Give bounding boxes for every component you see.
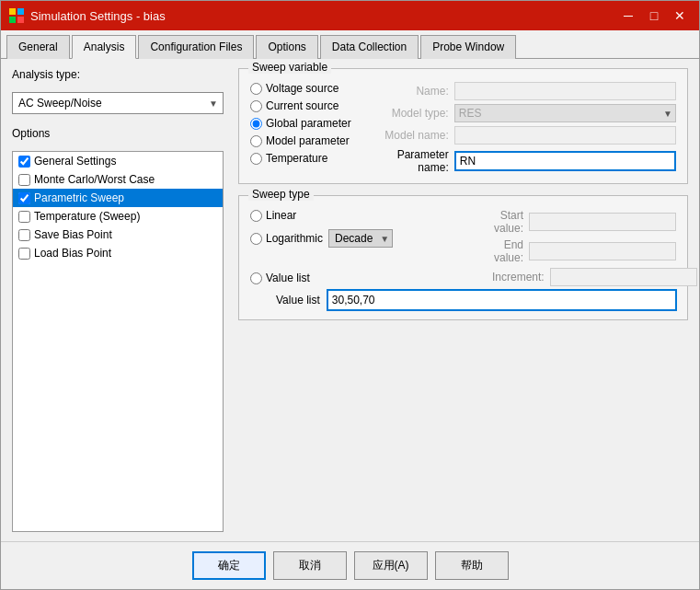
param-name-field-input[interactable]	[454, 151, 676, 171]
radio-temperature[interactable]: Temperature	[250, 152, 351, 165]
checkbox-temperature-sweep[interactable]	[18, 211, 30, 223]
radio-global-parameter-label: Global parameter	[266, 117, 351, 130]
sweep-variable-group: Sweep variable Voltage source Current so…	[238, 68, 688, 184]
svg-rect-3	[17, 17, 24, 23]
field-row-model-type: Model type: RES ▼	[366, 104, 676, 122]
help-button[interactable]: 帮助	[435, 551, 509, 580]
svg-rect-2	[9, 17, 16, 23]
model-type-select-wrap: RES ▼	[454, 104, 676, 122]
option-label-parametric-sweep: Parametric Sweep	[34, 191, 124, 204]
radio-voltage-source[interactable]: Voltage source	[250, 82, 351, 95]
main-content: Analysis type: AC Sweep/Noise DC Sweep N…	[1, 59, 699, 541]
radio-voltage-source-input[interactable]	[250, 83, 262, 95]
value-list-label: Value list	[276, 294, 320, 307]
cancel-button[interactable]: 取消	[273, 551, 347, 580]
option-label-monte-carlo: Monte Carlo/Worst Case	[34, 173, 155, 186]
sweep-variable-title: Sweep variable	[248, 61, 331, 74]
tab-probe-window[interactable]: Probe Window	[420, 35, 516, 59]
app-icon	[8, 7, 25, 24]
checkbox-parametric-sweep[interactable]	[18, 192, 30, 204]
end-value-row: End value:	[492, 238, 676, 264]
minimize-button[interactable]: ─	[616, 5, 640, 27]
model-type-field-label: Model type:	[366, 107, 449, 120]
tab-bar: General Analysis Configuration Files Opt…	[1, 30, 699, 59]
radio-logarithmic[interactable]: Logarithmic	[250, 232, 323, 245]
start-value-row: Start value:	[492, 209, 676, 235]
field-row-model-name: Model name:	[366, 126, 676, 145]
sweep-type-right: Start value: End value: Increment:	[492, 209, 676, 286]
decade-select-wrap: Decade Octave Linear ▼	[328, 229, 393, 248]
option-save-bias[interactable]: Save Bias Point	[13, 226, 223, 244]
radio-value-list-input[interactable]	[250, 272, 262, 284]
increment-label: Increment:	[492, 271, 545, 283]
tab-configuration-files[interactable]: Configuration Files	[138, 35, 254, 59]
checkbox-monte-carlo[interactable]	[18, 174, 30, 186]
left-panel: Analysis type: AC Sweep/Noise DC Sweep N…	[12, 68, 224, 532]
radio-voltage-source-label: Voltage source	[266, 82, 339, 95]
start-value-label: Start value:	[492, 209, 523, 235]
radio-linear[interactable]: Linear	[250, 209, 477, 222]
value-list-input[interactable]	[327, 290, 676, 310]
sweep-variable-radios: Voltage source Current source Global par…	[250, 82, 351, 165]
ok-button[interactable]: 确定	[192, 551, 266, 580]
param-name-field-label: Parameter name:	[366, 148, 449, 174]
option-label-load-bias: Load Bias Point	[34, 247, 111, 260]
tab-data-collection[interactable]: Data Collection	[320, 35, 419, 59]
start-value-input[interactable]	[529, 213, 676, 231]
main-row: Analysis type: AC Sweep/Noise DC Sweep N…	[12, 68, 688, 532]
main-window: Simulation Settings - bias ─ □ ✕ General…	[0, 0, 700, 590]
radio-temperature-label: Temperature	[266, 152, 327, 165]
sweep-type-left: Linear Logarithmic Decade	[250, 209, 477, 284]
apply-button[interactable]: 应用(A)	[354, 551, 428, 580]
name-field-label: Name:	[366, 85, 449, 98]
radio-global-parameter-input[interactable]	[250, 118, 262, 130]
option-label-temperature-sweep: Temperature (Sweep)	[34, 210, 140, 223]
model-type-select[interactable]: RES	[454, 104, 676, 122]
checkbox-save-bias[interactable]	[18, 229, 30, 241]
name-field-input[interactable]	[454, 82, 676, 100]
value-list-row: Value list	[250, 290, 676, 310]
window-title: Simulation Settings - bias	[30, 9, 616, 23]
radio-current-source-input[interactable]	[250, 100, 262, 112]
radio-linear-label: Linear	[266, 209, 296, 222]
bottom-bar: 确定 取消 应用(A) 帮助	[1, 541, 699, 589]
checkbox-load-bias[interactable]	[18, 248, 30, 260]
radio-model-parameter-input[interactable]	[250, 135, 262, 147]
field-row-param-name: Parameter name:	[366, 148, 676, 174]
radio-logarithmic-input[interactable]	[250, 233, 262, 245]
tab-analysis[interactable]: Analysis	[72, 35, 137, 59]
option-temperature-sweep[interactable]: Temperature (Sweep)	[13, 207, 223, 226]
checkbox-general-settings[interactable]	[18, 156, 30, 168]
maximize-button[interactable]: □	[642, 5, 666, 27]
close-button[interactable]: ✕	[668, 5, 692, 27]
title-bar: Simulation Settings - bias ─ □ ✕	[1, 1, 699, 30]
log-row: Logarithmic Decade Octave Linear ▼	[250, 229, 477, 248]
option-general-settings[interactable]: General Settings	[13, 152, 223, 170]
right-panel: Sweep variable Voltage source Current so…	[238, 68, 688, 532]
option-load-bias[interactable]: Load Bias Point	[13, 244, 223, 262]
radio-global-parameter[interactable]: Global parameter	[250, 117, 351, 130]
analysis-type-select[interactable]: AC Sweep/Noise DC Sweep Noise Transient	[12, 92, 224, 114]
decade-select[interactable]: Decade Octave Linear	[328, 229, 393, 248]
radio-linear-input[interactable]	[250, 210, 262, 222]
radio-current-source-label: Current source	[266, 99, 339, 112]
field-row-name: Name:	[366, 82, 676, 100]
sweep-variable-fields: Name: Model type: RES ▼	[366, 82, 676, 174]
window-controls: ─ □ ✕	[616, 5, 692, 27]
model-name-field-input[interactable]	[454, 126, 676, 145]
options-label: Options	[12, 127, 224, 140]
radio-model-parameter-label: Model parameter	[266, 134, 350, 147]
radio-model-parameter[interactable]: Model parameter	[250, 134, 351, 147]
end-value-input[interactable]	[529, 242, 676, 260]
analysis-type-wrapper: AC Sweep/Noise DC Sweep Noise Transient …	[12, 92, 224, 114]
tab-options[interactable]: Options	[256, 35, 317, 59]
increment-input[interactable]	[550, 268, 697, 286]
tab-general[interactable]: General	[6, 35, 70, 59]
option-monte-carlo[interactable]: Monte Carlo/Worst Case	[13, 170, 223, 189]
option-label-general-settings: General Settings	[34, 155, 116, 168]
radio-value-list-label: Value list	[266, 272, 310, 284]
radio-temperature-input[interactable]	[250, 153, 262, 165]
option-parametric-sweep[interactable]: Parametric Sweep	[13, 189, 223, 207]
radio-value-list[interactable]: Value list	[250, 272, 477, 284]
radio-current-source[interactable]: Current source	[250, 99, 351, 112]
